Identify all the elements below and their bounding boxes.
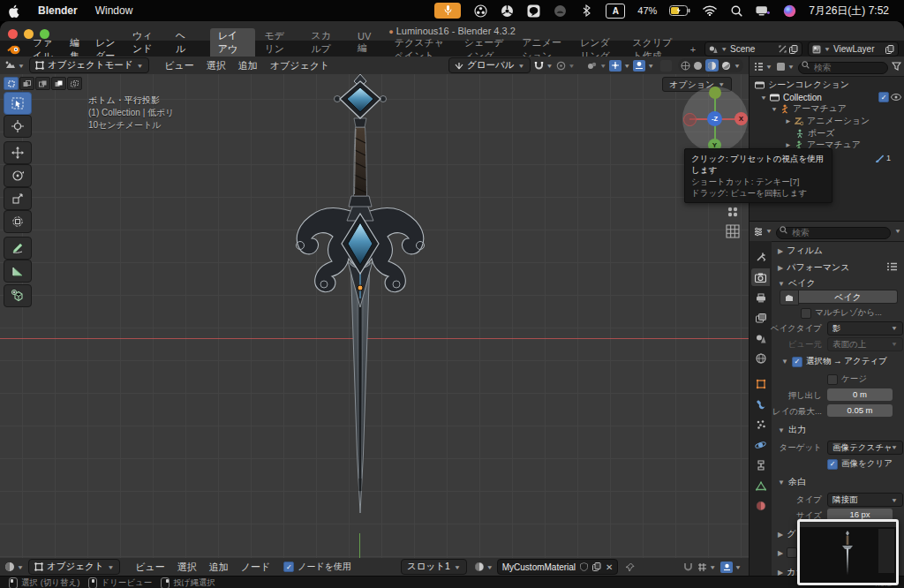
duplicate-material-icon[interactable] (592, 562, 601, 571)
panel-film-header[interactable]: ▶フィルム (778, 245, 823, 257)
selected-to-active-checkbox[interactable]: ✓ (792, 357, 802, 367)
selected-to-active-row[interactable]: ▼✓選択物 → アクティブ (781, 356, 887, 367)
shader-menu-add[interactable]: 追加 (203, 561, 235, 574)
multires-checkbox[interactable] (801, 308, 811, 319)
select-mode-extend-button[interactable] (19, 77, 34, 90)
sword-model[interactable] (281, 74, 440, 558)
xray-toggle[interactable] (660, 60, 672, 72)
snap-node-icon[interactable] (683, 562, 693, 572)
apple-menu[interactable] (0, 4, 29, 18)
wifi-menu-icon[interactable] (703, 4, 717, 18)
overlays-dropdown[interactable]: ▼ (633, 60, 654, 72)
tab-tool-properties[interactable] (751, 248, 770, 266)
cage-checkbox[interactable] (827, 374, 838, 385)
use-nodes-checkbox[interactable]: ✓ (283, 562, 294, 572)
outliner-row-pose[interactable]: ポーズ (750, 127, 904, 139)
outliner-row-collection[interactable]: ▼ Collection ✓ (750, 91, 904, 103)
tool-move[interactable] (4, 141, 32, 164)
node-overlay-dropdown[interactable]: ▼ (697, 562, 716, 572)
tool-select-box[interactable] (4, 92, 32, 115)
view-from-dropdown[interactable]: 表面の上▼ (827, 337, 903, 351)
shading-rendered-button[interactable] (721, 61, 731, 71)
gizmo-axis-z-view[interactable]: -Z (707, 111, 722, 126)
select-mode-subtract-button[interactable] (35, 77, 50, 90)
microphone-status-icon[interactable] (434, 3, 461, 19)
clear-image-checkbox[interactable]: ✓ (827, 459, 838, 470)
tab-world-properties[interactable] (751, 350, 770, 367)
tab-data-properties[interactable] (751, 477, 770, 494)
battery-menu-icon[interactable] (669, 4, 690, 18)
snap-toggle[interactable]: ▼ (534, 61, 553, 71)
viewport-menu-view[interactable]: ビュー (158, 59, 200, 72)
preset-list-icon[interactable] (886, 262, 898, 271)
properties-search-input[interactable] (776, 227, 891, 239)
fake-user-shield-icon[interactable] (580, 562, 588, 571)
outliner-row-scene-collection[interactable]: シーンコレクション (750, 79, 904, 91)
shading-solid-button[interactable] (693, 61, 703, 71)
close-window-button[interactable] (8, 29, 18, 39)
viewport-menu-add[interactable]: 追加 (232, 59, 264, 72)
panel-bake-header[interactable]: ▼ベイク (778, 277, 816, 290)
siri-menu-icon[interactable] (782, 4, 796, 18)
gizmo-axis-x[interactable]: X (734, 112, 748, 125)
bake-icon-button[interactable] (780, 290, 799, 305)
proportional-edit-toggle[interactable]: ▼ (556, 61, 575, 71)
viewlayer-selector[interactable]: ▼ ViewLayer (808, 41, 899, 57)
multires-checkbox-row[interactable]: マルチレゾから... (801, 307, 882, 319)
tool-transform[interactable] (4, 210, 32, 233)
freestyle-checkbox[interactable] (787, 547, 797, 558)
select-mode-intersect-button[interactable] (67, 77, 82, 90)
tool-annotate[interactable] (4, 237, 32, 260)
visibility-dropdown[interactable]: ▼ (587, 61, 606, 71)
app-menu-icon[interactable] (553, 4, 567, 18)
spotlight-menu-icon[interactable] (729, 4, 743, 18)
use-nodes-row[interactable]: ✓ノードを使用 (283, 561, 351, 573)
bluetooth-menu-icon[interactable] (579, 4, 593, 18)
macos-window-menu[interactable]: Window (87, 4, 142, 17)
cage-row[interactable]: ケージ (827, 373, 867, 385)
viewport-menu-object[interactable]: オブジェクト (264, 59, 336, 72)
tab-output-properties[interactable] (751, 289, 770, 306)
menubar-clock[interactable]: 7月26日(土) 7:52 (809, 4, 898, 18)
unlink-icon[interactable] (779, 45, 787, 53)
ray-distance-field[interactable]: 0.05 m (827, 404, 893, 417)
material-browse-button[interactable]: ▼ (474, 562, 493, 572)
scene-selector[interactable]: ▼ Scene (704, 41, 802, 57)
outliner-row-armature[interactable]: ▼ アーマチュア ▼ (750, 102, 904, 115)
input-source-menu[interactable]: A (606, 4, 625, 19)
shading-wireframe-button[interactable] (681, 61, 690, 71)
shader-menu-node[interactable]: ノード (235, 561, 277, 574)
add-workspace-button[interactable]: + (682, 43, 704, 56)
viewport-menu-select[interactable]: 選択 (200, 59, 232, 72)
shader-menu-select[interactable]: 選択 (171, 561, 203, 574)
gizmo-axis-y-neg[interactable] (709, 87, 721, 99)
macos-app-menu[interactable]: Blender (29, 4, 87, 17)
shader-mode-selector[interactable]: オブジェクト ▼ (28, 559, 120, 575)
tab-constraint-properties[interactable] (751, 456, 770, 474)
shader-overlays-dropdown[interactable]: ▼ (720, 562, 742, 573)
wheel-menu-icon[interactable] (500, 4, 514, 18)
new-viewlayer-icon[interactable] (885, 45, 894, 54)
obs-menu-icon[interactable] (473, 4, 487, 18)
blender-logo-icon[interactable] (0, 44, 26, 55)
shader-editor-type-button[interactable]: ▼ (0, 562, 28, 572)
tool-scale[interactable] (4, 187, 32, 210)
tab-particle-properties[interactable] (751, 416, 770, 433)
gizmo-axis-x-neg[interactable] (683, 113, 697, 126)
clear-image-row[interactable]: ✓画像をクリア (827, 458, 893, 470)
tool-rotate[interactable] (4, 164, 32, 187)
margin-type-dropdown[interactable]: 隣接面▼ (827, 493, 903, 507)
target-dropdown[interactable]: 画像テクスチャ▼ (827, 441, 903, 455)
outliner-filter-button[interactable] (892, 62, 901, 71)
tool-measure[interactable] (4, 260, 32, 283)
slot-selector[interactable]: スロット1▼ (401, 559, 467, 575)
collection-checkbox[interactable]: ✓ (878, 92, 889, 102)
panel-output-header[interactable]: ▼出力 (778, 424, 806, 436)
tool-add-primitive[interactable] (4, 284, 32, 307)
bake-type-dropdown[interactable]: 影▼ (827, 321, 903, 335)
viewport-canvas[interactable]: オプション▼ ボトム・平行投影 (1) Collection | 低ポリ 10セ… (0, 74, 749, 558)
unlink-material-icon[interactable]: ✕ (606, 562, 613, 572)
navigation-gizmo[interactable]: Y X -Z (682, 87, 748, 152)
properties-editor-type-button[interactable]: ▼ (753, 227, 772, 237)
outliner-search-input[interactable] (798, 62, 888, 74)
